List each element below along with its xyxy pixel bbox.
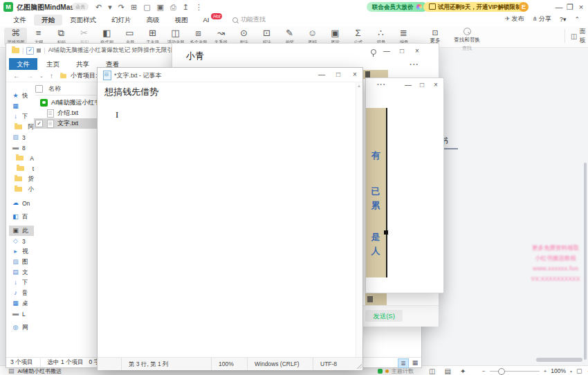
fullscreen-icon[interactable]: ▢: [576, 367, 582, 374]
preview-menu-icon[interactable]: ···: [377, 81, 386, 89]
menu-tab[interactable]: 幻灯片: [104, 15, 139, 26]
sidebar-item[interactable]: ↓ 下: [9, 111, 34, 122]
thumbnail-view-icon[interactable]: ▦: [410, 358, 420, 367]
panel-toggle-button[interactable]: ◫ 面板: [564, 29, 588, 43]
sidebar-item[interactable]: ★ 快: [9, 91, 34, 101]
sidebar-item[interactable]: ◇ 3: [9, 236, 34, 246]
statusbar-view-icon[interactable]: ▤: [444, 367, 450, 375]
sidebar-item[interactable]: ▸ 视: [9, 246, 34, 257]
file-row[interactable]: 介绍.txt: [34, 108, 103, 118]
menu-tab[interactable]: 开始: [34, 15, 62, 26]
file-row[interactable]: ✓ 文字.txt: [34, 118, 103, 129]
sidebar-item[interactable]: ▨ 3: [9, 132, 34, 143]
zoom-knob[interactable]: [498, 368, 505, 375]
canvas-vertical-scrollbar[interactable]: [584, 163, 587, 360]
explorer-tab[interactable]: 文件: [9, 58, 37, 70]
notepad-titlebar[interactable]: *文字.txt - 记事本 — □ ×: [98, 68, 362, 82]
maximize-icon[interactable]: □: [397, 46, 407, 56]
column-name[interactable]: 名称: [48, 84, 61, 93]
collapse-ribbon-button[interactable]: ⌃: [574, 16, 580, 23]
sidebar-item[interactable]: A: [9, 153, 34, 163]
recent-caret-icon[interactable]: ⌄: [39, 73, 44, 79]
file-row[interactable]: AI辅助搬运小红书引: [34, 98, 103, 108]
send-button[interactable]: 发送(S): [365, 310, 403, 322]
member-promo-banner[interactable]: 联合会员大放价: [367, 2, 428, 12]
quick-check-icon[interactable]: ✓: [26, 47, 34, 55]
publish-button[interactable]: ✈发布: [505, 15, 524, 24]
canvas-horizontal-scrollbar[interactable]: [536, 358, 582, 362]
zoom-value[interactable]: 100%: [551, 367, 566, 374]
preview-image[interactable]: 有已累是人: [366, 108, 387, 277]
account-avatar[interactable]: E: [519, 2, 529, 12]
quick-icon[interactable]: ↥: [183, 1, 189, 12]
select-all-checkbox[interactable]: [35, 85, 43, 93]
help-button[interactable]: ?▾: [560, 16, 567, 23]
file-checkbox[interactable]: ✓: [35, 120, 43, 127]
function-search[interactable]: 功能查找: [232, 15, 266, 24]
find-replace-button[interactable]: 查找和替换 查找: [447, 28, 487, 52]
notepad-scrollbar[interactable]: [356, 82, 362, 357]
resize-grip[interactable]: [357, 364, 362, 369]
sidebar-item[interactable]: ◧ 百: [9, 212, 34, 222]
sidebar-item[interactable]: ▬ 8: [9, 143, 34, 153]
quick-icon[interactable]: ▣: [157, 1, 164, 12]
sidebar-item[interactable]: ♪ 音: [9, 288, 34, 298]
sidebar-item[interactable]: ▣ 此: [9, 226, 34, 236]
sidebar-item[interactable]: ◎ 网: [9, 322, 34, 333]
menu-tab[interactable]: 页面样式: [62, 15, 104, 26]
maximize-icon[interactable]: □: [333, 70, 343, 80]
minimize-icon[interactable]: —: [403, 80, 413, 90]
quick-icon[interactable]: ⊞: [131, 1, 137, 12]
quick-icon[interactable]: ↶: [95, 1, 102, 12]
details-view-icon[interactable]: ≣: [398, 358, 409, 368]
menu-tab[interactable]: 视图: [167, 15, 196, 26]
maximize-icon[interactable]: □: [417, 80, 427, 90]
chat-menu-icon[interactable]: ···: [410, 60, 419, 68]
sidebar-item[interactable]: t: [9, 163, 34, 174]
quick-icon[interactable]: ▢: [143, 1, 150, 12]
quick-icon[interactable]: ↷: [118, 1, 125, 12]
quick-tool-icon[interactable]: [37, 48, 41, 53]
chat-image-message[interactable]: [365, 293, 387, 305]
statusbar-view-icon[interactable]: ◫: [429, 367, 435, 375]
sidebar-item[interactable]: ▨ 图: [9, 257, 34, 267]
share-button[interactable]: ⋔分享: [532, 15, 551, 24]
sidebar-item[interactable]: ▤ 文: [9, 267, 34, 277]
zoom-slider[interactable]: [490, 371, 540, 372]
maximize-icon[interactable]: ❐: [564, 1, 576, 12]
minimize-icon[interactable]: —: [553, 1, 564, 12]
close-icon[interactable]: ×: [412, 46, 422, 56]
explorer-tab[interactable]: 主页: [39, 58, 67, 70]
menu-tab[interactable]: AIHot: [196, 15, 217, 26]
sidebar-item[interactable]: ▬ L: [9, 309, 34, 319]
close-icon[interactable]: ×: [350, 70, 360, 80]
close-icon[interactable]: ×: [576, 1, 587, 12]
topic-counter[interactable]: 主题计数: [378, 367, 414, 375]
sidebar-item[interactable]: ▦: [9, 101, 34, 111]
close-icon[interactable]: ×: [431, 80, 441, 90]
back-icon[interactable]: ←: [13, 72, 20, 80]
quick-icon[interactable]: ⎙: [170, 1, 176, 12]
sidebar-item[interactable]: ▦ 桌: [9, 298, 34, 309]
minimize-icon[interactable]: —: [382, 46, 392, 56]
quick-icon[interactable]: ▾: [108, 1, 112, 12]
statusbar-view-icon[interactable]: ✦: [460, 367, 466, 375]
sidebar-item[interactable]: 货: [9, 174, 34, 184]
pin-icon[interactable]: [371, 49, 376, 55]
menu-tab[interactable]: 高级: [139, 15, 167, 26]
resize-handle[interactable]: [384, 230, 388, 235]
zoom-in-icon[interactable]: +: [544, 368, 547, 374]
find-subitem[interactable]: 查找: [462, 45, 472, 52]
zoom-out-icon[interactable]: −: [482, 368, 486, 374]
sidebar-item[interactable]: 小: [9, 184, 34, 194]
up-icon[interactable]: ↑: [50, 72, 53, 80]
quick-icon[interactable]: ⋮: [195, 1, 203, 12]
sidebar-item[interactable]: 阿: [9, 122, 34, 132]
zoom-caret-icon[interactable]: ▾: [570, 369, 572, 374]
sidebar-item[interactable]: ☁ On: [9, 198, 34, 208]
menu-tab[interactable]: 文件: [6, 15, 34, 26]
notepad-text[interactable]: 想搞钱先借势: [104, 86, 158, 98]
explorer-tab[interactable]: 共享: [68, 58, 97, 70]
minimize-icon[interactable]: —: [317, 70, 327, 80]
forward-icon[interactable]: →: [26, 72, 33, 80]
